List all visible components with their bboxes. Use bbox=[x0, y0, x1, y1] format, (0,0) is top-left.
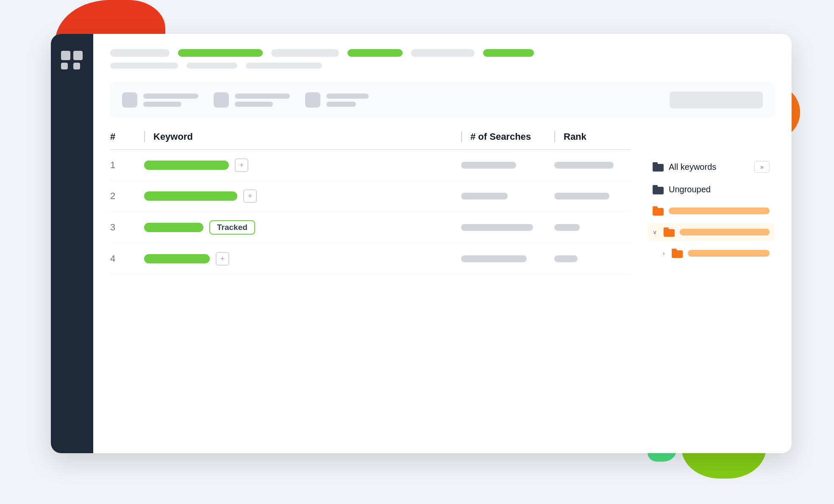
rank-bar-4 bbox=[554, 255, 578, 262]
ungrouped-folder-icon bbox=[653, 185, 664, 194]
toolbar-lines-2 bbox=[235, 94, 290, 107]
keyword-bar-3 bbox=[144, 223, 203, 232]
toolbar-item-1 bbox=[122, 92, 198, 108]
keyword-bar-4 bbox=[144, 254, 210, 263]
row-searches-3 bbox=[461, 224, 554, 231]
group-folder-icon-2 bbox=[664, 227, 675, 237]
ungrouped-label: Ungrouped bbox=[669, 185, 711, 194]
nav-pill-2[interactable] bbox=[178, 49, 263, 57]
expand-arrow-3: › bbox=[663, 250, 665, 257]
row-rank-2 bbox=[554, 193, 631, 199]
toolbar-lines-3 bbox=[326, 94, 369, 107]
sidebar bbox=[51, 34, 93, 453]
row-rank-1 bbox=[554, 162, 631, 169]
keyword-group-3[interactable]: › bbox=[648, 244, 775, 262]
keyword-bar-2 bbox=[144, 191, 237, 201]
toolbar-line-3b bbox=[326, 102, 356, 107]
nav-pill-6[interactable] bbox=[483, 49, 534, 57]
top-nav bbox=[110, 49, 775, 57]
logo-cell-2 bbox=[73, 51, 83, 60]
table-container: # Keyword # of Searches Rank bbox=[110, 131, 775, 274]
logo-cell-1 bbox=[61, 51, 70, 60]
row-rank-4 bbox=[554, 255, 631, 262]
toolbar-line-1a bbox=[143, 94, 198, 99]
row-searches-4 bbox=[461, 255, 554, 262]
group-label-bar-3 bbox=[688, 250, 770, 257]
toolbar-line-2a bbox=[235, 94, 290, 99]
table-header: # Keyword # of Searches Rank bbox=[110, 131, 631, 150]
row-keyword-3: Tracked bbox=[144, 220, 461, 235]
row-rank-3 bbox=[554, 224, 631, 231]
table-main: # Keyword # of Searches Rank bbox=[110, 131, 631, 274]
searches-bar-4 bbox=[461, 255, 527, 262]
content-area: # Keyword # of Searches Rank bbox=[93, 34, 792, 453]
keyword-sidebar: All keywords » Ungrouped bbox=[631, 131, 775, 274]
all-keywords-item[interactable]: All keywords » bbox=[648, 157, 775, 177]
searches-bar-3 bbox=[461, 224, 533, 231]
toolbar-line-3a bbox=[326, 94, 369, 99]
group-folder-icon-3 bbox=[672, 249, 683, 258]
group-folder-icon-1 bbox=[653, 206, 664, 216]
logo bbox=[61, 51, 83, 69]
sub-pill-2 bbox=[186, 63, 237, 69]
toolbar-icon-3 bbox=[305, 92, 320, 108]
th-searches: # of Searches bbox=[461, 131, 554, 142]
toolbar-item-2 bbox=[214, 92, 290, 108]
table-row: 4 + bbox=[110, 244, 631, 274]
expand-arrow-2: ∨ bbox=[653, 229, 657, 235]
main-card: # Keyword # of Searches Rank bbox=[51, 34, 792, 453]
row-num-4: 4 bbox=[110, 253, 144, 264]
logo-cell-3 bbox=[61, 63, 68, 69]
tracked-badge: Tracked bbox=[209, 220, 255, 235]
searches-bar-1 bbox=[461, 162, 516, 169]
toolbar-icon-1 bbox=[122, 92, 137, 108]
logo-cell-4 bbox=[73, 63, 80, 69]
table-row: 1 + bbox=[110, 150, 631, 181]
add-keyword-btn-4[interactable]: + bbox=[216, 252, 229, 266]
group-label-bar-2 bbox=[680, 229, 770, 235]
toolbar-line-2b bbox=[235, 102, 273, 107]
sub-pill-3 bbox=[246, 63, 322, 69]
expand-chevron[interactable]: » bbox=[754, 161, 770, 173]
th-keyword: Keyword bbox=[144, 131, 461, 142]
keyword-group-1[interactable] bbox=[648, 202, 775, 220]
all-keywords-folder-icon bbox=[653, 162, 664, 172]
row-num-1: 1 bbox=[110, 160, 144, 171]
toolbar-icon-2 bbox=[214, 92, 229, 108]
nav-pill-3[interactable] bbox=[271, 49, 339, 57]
row-num-3: 3 bbox=[110, 222, 144, 233]
th-hash: # bbox=[110, 131, 144, 142]
ungrouped-item[interactable]: Ungrouped bbox=[648, 180, 775, 199]
searches-bar-2 bbox=[461, 193, 508, 199]
row-keyword-1: + bbox=[144, 158, 461, 172]
row-num-2: 2 bbox=[110, 191, 144, 202]
table-row: 3 Tracked bbox=[110, 212, 631, 244]
nav-pill-5[interactable] bbox=[411, 49, 475, 57]
row-keyword-2: + bbox=[144, 189, 461, 203]
nav-pill-4[interactable] bbox=[348, 49, 403, 57]
nav-subtitle bbox=[110, 63, 775, 69]
rank-bar-3 bbox=[554, 224, 580, 231]
toolbar-lines-1 bbox=[143, 94, 198, 107]
toolbar-line-1b bbox=[143, 102, 181, 107]
rank-bar-2 bbox=[554, 193, 609, 199]
row-searches-1 bbox=[461, 162, 554, 169]
group-label-bar-1 bbox=[669, 208, 770, 214]
rank-bar-1 bbox=[554, 162, 614, 169]
row-keyword-4: + bbox=[144, 252, 461, 266]
toolbar bbox=[110, 82, 775, 118]
nav-pill-1[interactable] bbox=[110, 49, 170, 57]
add-keyword-btn-2[interactable]: + bbox=[243, 189, 257, 203]
sub-pill-1 bbox=[110, 63, 178, 69]
add-keyword-btn-1[interactable]: + bbox=[235, 158, 248, 172]
row-searches-2 bbox=[461, 193, 554, 199]
keyword-group-2[interactable]: ∨ bbox=[648, 223, 775, 241]
table-row: 2 + bbox=[110, 181, 631, 212]
keyword-bar-1 bbox=[144, 161, 229, 170]
toolbar-item-3 bbox=[305, 92, 369, 108]
all-keywords-label: All keywords bbox=[669, 162, 716, 172]
th-rank: Rank bbox=[554, 131, 631, 142]
toolbar-search[interactable] bbox=[670, 91, 763, 108]
